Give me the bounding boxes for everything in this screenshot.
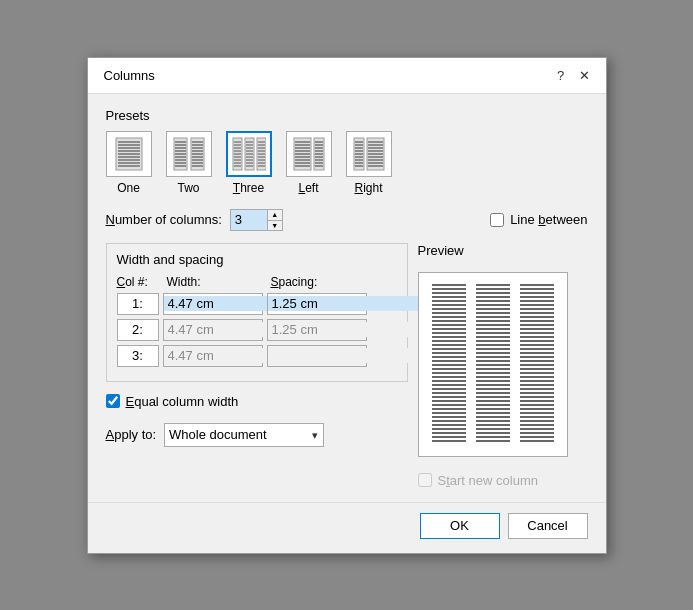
equal-width-row: Equal column width (106, 394, 408, 409)
width-field-3: ▲ ▼ (163, 345, 263, 367)
title-bar: Columns ? ✕ (88, 58, 606, 94)
main-content: Width and spacing Col #: Width: Spacing:… (106, 243, 588, 488)
left-section: Width and spacing Col #: Width: Spacing:… (106, 243, 408, 488)
num-columns-down-button[interactable]: ▼ (268, 220, 282, 230)
equal-width-label[interactable]: Equal column width (126, 394, 239, 409)
ws-row-1: 1: ▲ ▼ ▲ ▼ (117, 293, 397, 315)
line-between-section: Line between (490, 212, 587, 227)
num-columns-input[interactable] (231, 210, 267, 230)
equal-width-checkbox[interactable] (106, 394, 120, 408)
num-columns-spinner-buttons: ▲ ▼ (267, 210, 282, 230)
right-section: Preview (418, 243, 588, 488)
cancel-button[interactable]: Cancel (508, 513, 588, 539)
start-new-column-label: Start new column (438, 473, 538, 488)
preview-label: Preview (418, 243, 588, 258)
ws-row-3: 3: ▲ ▼ ▲ ▼ (117, 345, 397, 367)
preset-right-icon (346, 131, 392, 177)
spacing-field-2: ▲ ▼ (267, 319, 367, 341)
width-header: Width: (163, 275, 263, 289)
columns-dialog: Columns ? ✕ Presets (87, 57, 607, 554)
line-between-label[interactable]: Line between (510, 212, 587, 227)
apply-to-select[interactable]: Whole document This section This point f… (164, 423, 324, 447)
preset-two-label: Two (177, 181, 199, 195)
line-between-checkbox[interactable] (490, 213, 504, 227)
spacing-field-1[interactable]: ▲ ▼ (267, 293, 367, 315)
num-line-row: Number of columns: ▲ ▼ Line between (106, 209, 588, 231)
apply-to-select-wrap: Whole document This section This point f… (164, 423, 324, 447)
start-new-column-checkbox (418, 473, 432, 487)
spacing-field-3: ▲ ▼ (267, 345, 367, 367)
preset-left-icon (286, 131, 332, 177)
spacing-header: Spacing: (267, 275, 367, 289)
col-num-1: 1: (117, 293, 159, 315)
dialog-footer: OK Cancel (88, 502, 606, 553)
help-button[interactable]: ? (552, 66, 570, 84)
preset-right-label: Right (354, 181, 382, 195)
ws-row-2: 2: ▲ ▼ ▲ ▼ (117, 319, 397, 341)
dialog-title: Columns (104, 68, 155, 83)
apply-to-row: Apply to: Whole document This section Th… (106, 423, 408, 447)
num-columns-up-button[interactable]: ▲ (268, 210, 282, 220)
presets-row: One (106, 131, 588, 195)
preset-three-label: Three (233, 181, 264, 195)
start-new-column-row: Start new column (418, 473, 588, 488)
preset-left-label: Left (298, 181, 318, 195)
preset-one-label: One (117, 181, 140, 195)
preset-two-icon (166, 131, 212, 177)
ok-button[interactable]: OK (420, 513, 500, 539)
preset-three[interactable]: Three (226, 131, 272, 195)
width-field-1[interactable]: ▲ ▼ (163, 293, 263, 315)
preset-left[interactable]: Left (286, 131, 332, 195)
num-columns-label: Number of columns: (106, 212, 222, 227)
title-icons: ? ✕ (552, 66, 594, 84)
col-num-2: 2: (117, 319, 159, 341)
preset-three-icon (226, 131, 272, 177)
col-header: Col #: (117, 275, 159, 289)
width-field-2: ▲ ▼ (163, 319, 263, 341)
apply-to-label: Apply to: (106, 427, 157, 442)
col-num-3: 3: (117, 345, 159, 367)
presets-label: Presets (106, 108, 588, 123)
close-button[interactable]: ✕ (576, 66, 594, 84)
preset-one-icon (106, 131, 152, 177)
preview-svg (428, 279, 558, 449)
num-columns-spinner[interactable]: ▲ ▼ (230, 209, 283, 231)
preview-box (418, 272, 568, 457)
width-spacing-group: Width and spacing Col #: Width: Spacing:… (106, 243, 408, 382)
preset-one[interactable]: One (106, 131, 152, 195)
width-spacing-title: Width and spacing (117, 252, 397, 267)
preset-two[interactable]: Two (166, 131, 212, 195)
dialog-body: Presets (88, 94, 606, 502)
ws-header: Col #: Width: Spacing: (117, 275, 397, 289)
preset-right[interactable]: Right (346, 131, 392, 195)
